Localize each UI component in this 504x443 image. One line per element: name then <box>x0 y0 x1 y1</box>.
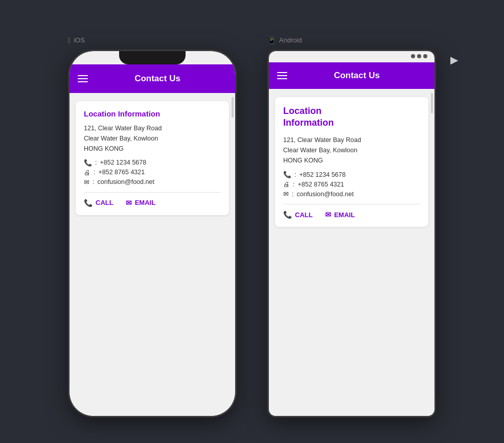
ios-phone-row: 📞 : +852 1234 5678 <box>84 159 221 167</box>
ios-action-buttons: 📞 CALL ✉ EMAIL <box>84 199 221 207</box>
call-icon: 📞 <box>84 199 93 207</box>
android-scrollbar[interactable] <box>431 93 433 113</box>
android-phone-frame: Contact Us Location Information 121, Cle… <box>267 50 436 417</box>
android-fax-icon: 🖨 <box>283 180 290 188</box>
android-phone-row: 📞 : +852 1234 5678 <box>283 171 420 178</box>
ios-email-prefix: : <box>93 178 94 185</box>
ios-phone-frame: Contact Us Location Information 121, Cle… <box>68 50 237 417</box>
ios-label:  iOS <box>68 36 237 44</box>
android-call-button[interactable]: 📞 CALL <box>283 211 313 219</box>
android-dot-3 <box>423 54 427 58</box>
android-email-prefix: : <box>292 191 293 198</box>
android-email-button[interactable]: ✉ EMAIL <box>325 211 355 219</box>
ios-card-divider <box>84 192 221 193</box>
android-header-title: Contact Us <box>287 71 426 81</box>
ios-label-text: iOS <box>74 36 85 44</box>
android-scroll-area: Location Information 121, Clear Water Ba… <box>269 89 434 416</box>
android-card-divider <box>283 204 420 204</box>
ios-email-button[interactable]: ✉ EMAIL <box>126 199 155 207</box>
ios-scroll-area: Location Information 121, Clear Water Ba… <box>70 93 235 416</box>
android-label: 📱 Android <box>267 36 436 44</box>
ios-location-card: Location Information 121, Clear Water Ba… <box>76 101 229 215</box>
android-dot-2 <box>417 54 421 58</box>
ios-phone-prefix: : <box>95 159 97 166</box>
ios-email-row: ✉ : confusion@food.net <box>84 178 221 186</box>
ios-call-button[interactable]: 📞 CALL <box>84 199 113 207</box>
phone-icon: 📞 <box>84 159 92 167</box>
ios-card-title: Location Information <box>84 109 221 118</box>
android-screen: Contact Us Location Information 121, Cle… <box>269 51 434 416</box>
android-email-icon: ✉ <box>325 211 331 219</box>
email-icon: ✉ <box>126 199 132 207</box>
ios-scrollbar[interactable] <box>232 97 234 118</box>
android-top-bar <box>411 54 427 58</box>
android-app-header: Contact Us <box>269 62 434 89</box>
android-action-buttons: 📞 CALL ✉ EMAIL <box>283 211 420 219</box>
android-hamburger-button[interactable] <box>277 72 287 79</box>
android-fax-prefix: : <box>293 181 294 188</box>
android-phone-prefix: : <box>294 171 296 178</box>
envelope-icon: ✉ <box>84 178 89 186</box>
ios-notch <box>119 51 186 64</box>
android-label-text: Android <box>279 36 302 44</box>
android-fax-row: 🖨 : +852 8765 4321 <box>283 180 420 188</box>
android-location-card: Location Information 121, Clear Water Ba… <box>275 97 428 227</box>
android-email-row: ✉ : confusion@food.net <box>283 190 420 198</box>
ios-screen: Contact Us Location Information 121, Cle… <box>70 51 235 416</box>
ios-address: 121, Clear Water Bay Road Clear Water Ba… <box>84 123 221 154</box>
fax-icon: 🖨 <box>84 169 90 176</box>
ios-header-title: Contact Us <box>88 74 227 84</box>
android-phone-icon: 📞 <box>283 171 291 178</box>
android-icon: 📱 <box>267 36 276 44</box>
android-dot-1 <box>411 54 415 58</box>
apple-icon:  <box>68 36 71 44</box>
android-card-title: Location Information <box>283 105 420 129</box>
ios-hamburger-button[interactable] <box>78 75 88 82</box>
ios-app-header: Contact Us <box>70 64 235 93</box>
android-envelope-icon: ✉ <box>283 190 289 198</box>
android-address: 121, Clear Water Bay Road Clear Water Ba… <box>283 135 420 166</box>
android-call-icon: 📞 <box>283 211 292 219</box>
ios-fax-row: 🖨 : +852 8765 4321 <box>84 169 221 176</box>
ios-fax-prefix: : <box>94 169 95 176</box>
cursor: ▶ <box>450 54 458 66</box>
